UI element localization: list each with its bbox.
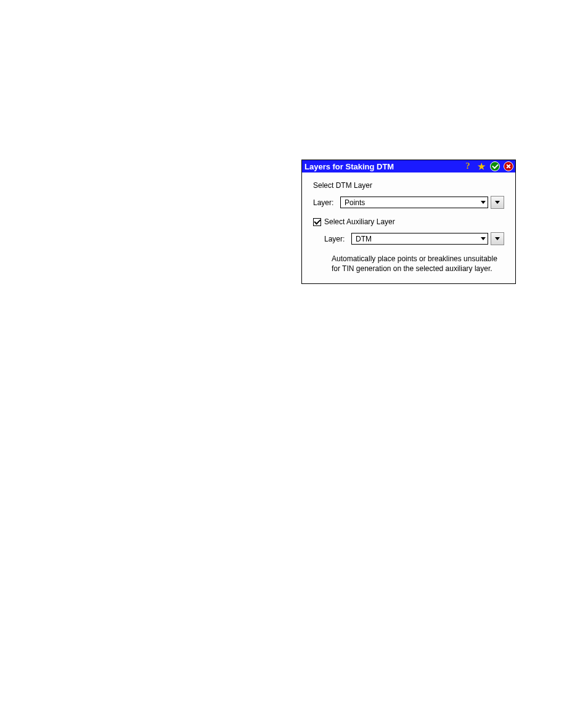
dialog-title: Layers for Staking DTM (304, 162, 394, 171)
titlebar: Layers for Staking DTM ? ★ (302, 160, 515, 172)
dtm-layer-row: Layer: Points (313, 196, 504, 209)
favorite-icon[interactable]: ★ (476, 161, 486, 171)
select-dtm-layer-label: Select DTM Layer (313, 181, 504, 190)
aux-layer-row: Layer: DTM (324, 232, 504, 245)
dtm-layer-combo-group: Points (340, 196, 504, 209)
chevron-down-icon (478, 233, 488, 244)
dtm-layer-combobox[interactable]: Points (340, 197, 488, 208)
aux-layer-more-button[interactable] (491, 232, 504, 245)
dtm-layer-more-button[interactable] (491, 196, 504, 209)
cancel-icon[interactable] (504, 161, 513, 171)
aux-layer-value: DTM (356, 235, 372, 243)
chevron-down-icon (495, 237, 500, 240)
chevron-down-icon (478, 197, 488, 208)
dtm-layer-field-label: Layer: (313, 198, 340, 207)
dialog-client-area: Select DTM Layer Layer: Points Select Au… (302, 172, 515, 283)
chevron-down-icon (495, 201, 500, 204)
aux-layer-field-label: Layer: (324, 235, 351, 243)
aux-layer-combobox[interactable]: DTM (351, 233, 488, 245)
aux-layer-checkbox[interactable] (313, 218, 321, 226)
aux-layer-help-text: Automatically place points or breaklines… (332, 254, 501, 274)
dialog-layers-for-staking-dtm: Layers for Staking DTM ? ★ Select DTM La… (301, 160, 516, 284)
help-icon[interactable]: ? (463, 161, 473, 171)
aux-layer-combo-group: DTM (351, 232, 504, 245)
aux-layer-checkbox-row: Select Auxiliary Layer (313, 217, 504, 226)
dtm-layer-value: Points (345, 198, 365, 207)
titlebar-buttons: ? ★ (463, 161, 513, 171)
ok-icon[interactable] (490, 161, 500, 171)
aux-layer-checkbox-label[interactable]: Select Auxiliary Layer (324, 217, 395, 226)
